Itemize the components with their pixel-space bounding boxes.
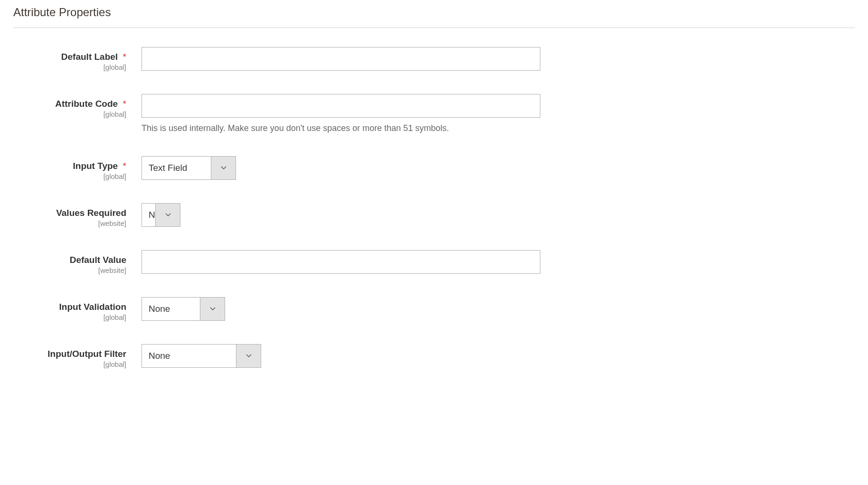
field-row-io-filter: Input/Output Filter [global] None	[13, 344, 855, 368]
io-filter-scope: [global]	[13, 360, 126, 368]
field-row-input-type: Input Type * [global] Text Field	[13, 156, 855, 180]
input-validation-value: None	[142, 298, 200, 320]
chevron-down-icon	[200, 298, 225, 320]
input-validation-label: Input Validation	[59, 302, 126, 312]
default-value-scope: [website]	[13, 266, 126, 274]
label-col: Values Required [website]	[13, 203, 142, 227]
default-value-input[interactable]	[142, 250, 540, 274]
attribute-code-input[interactable]	[142, 94, 540, 118]
values-required-scope: [website]	[13, 219, 126, 227]
attribute-code-hint: This is used internally. Make sure you d…	[142, 123, 540, 133]
field-row-input-validation: Input Validation [global] None	[13, 297, 855, 321]
values-required-value: No	[142, 204, 155, 226]
field-row-default-value: Default Value [website]	[13, 250, 855, 274]
input-col: None	[142, 297, 225, 321]
io-filter-select[interactable]: None	[142, 344, 261, 368]
input-validation-select[interactable]: None	[142, 297, 225, 321]
label-col: Input/Output Filter [global]	[13, 344, 142, 368]
label-col: Input Validation [global]	[13, 297, 142, 321]
io-filter-label: Input/Output Filter	[47, 349, 126, 359]
input-type-value: Text Field	[142, 157, 211, 179]
attribute-code-scope: [global]	[13, 110, 126, 118]
input-col: This is used internally. Make sure you d…	[142, 94, 540, 133]
chevron-down-icon	[211, 157, 236, 179]
required-mark: *	[123, 99, 126, 109]
label-col: Default Label * [global]	[13, 47, 142, 71]
required-mark: *	[123, 52, 126, 62]
input-validation-scope: [global]	[13, 313, 126, 321]
input-col: Text Field	[142, 156, 236, 180]
default-label-scope: [global]	[13, 63, 126, 71]
input-type-select[interactable]: Text Field	[142, 156, 236, 180]
label-col: Default Value [website]	[13, 250, 142, 274]
field-row-values-required: Values Required [website] No	[13, 203, 855, 227]
attribute-code-label: Attribute Code	[55, 99, 118, 109]
input-col	[142, 250, 540, 274]
values-required-label: Values Required	[56, 208, 126, 218]
input-type-scope: [global]	[13, 172, 126, 180]
io-filter-value: None	[142, 345, 236, 367]
field-row-default-label: Default Label * [global]	[13, 47, 855, 71]
default-value-label: Default Value	[70, 255, 126, 265]
input-col: None	[142, 344, 261, 368]
field-row-attribute-code: Attribute Code * [global] This is used i…	[13, 94, 855, 133]
required-mark: *	[123, 161, 126, 171]
label-col: Attribute Code * [global]	[13, 94, 142, 118]
chevron-down-icon	[155, 204, 180, 226]
input-type-label: Input Type	[73, 161, 118, 171]
section-title: Attribute Properties	[13, 6, 855, 28]
default-label-input[interactable]	[142, 47, 540, 71]
values-required-select[interactable]: No	[142, 203, 180, 227]
label-col: Input Type * [global]	[13, 156, 142, 180]
input-col	[142, 47, 540, 71]
default-label-label: Default Label	[61, 52, 118, 62]
input-col: No	[142, 203, 180, 227]
chevron-down-icon	[236, 345, 261, 367]
